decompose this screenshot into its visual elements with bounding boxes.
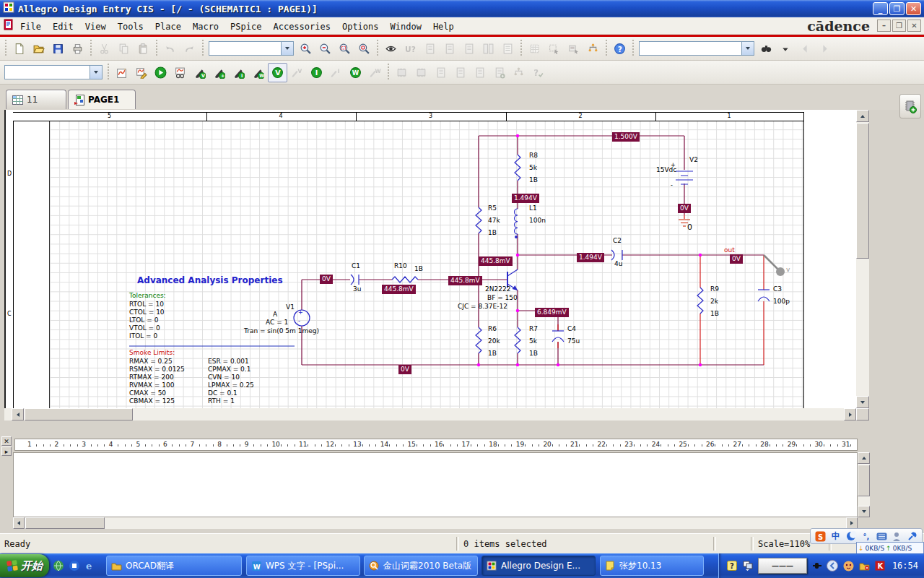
ime-chinese-mode-icon[interactable]: 中 [830,530,842,542]
schematic-text[interactable]: 1B [710,310,719,317]
sim-new-icon[interactable] [112,63,131,82]
schematic-text[interactable]: R6 [488,325,497,332]
probe-vdiff-icon[interactable]: + [209,63,229,82]
voltage-probe-icon[interactable] [764,255,785,276]
taskbar-button-3[interactable]: 金山词霸2010 Beta版 [364,556,478,576]
profile-combo[interactable] [4,65,103,79]
schematic-text[interactable]: + [298,309,303,316]
schematic-text[interactable]: CPMAX = 0.1 [208,366,250,373]
schematic-text[interactable]: Smoke Limits: [129,349,175,356]
schematic-text[interactable]: RSMAX = 0.0125 [129,366,185,373]
menu-help[interactable]: Help [427,20,460,34]
schematic-text[interactable]: 1B [529,176,538,184]
marker-w-icon[interactable]: W [346,63,365,82]
schematic-text[interactable]: RTMAX = 200 [129,374,174,381]
taskbar-button-2[interactable]: WWPS 文字 - [PSpi... [246,556,360,576]
schematic-text[interactable]: 0 [687,223,692,232]
ime-fullhalf-moon-icon[interactable] [845,530,857,542]
schematic-text[interactable]: Tolerances: [129,292,166,299]
tray-antivirus-icon[interactable]: K [874,560,886,572]
schematic-text[interactable]: V2 [689,156,698,163]
bias-voltage-label[interactable]: 445.8mV [448,276,482,285]
schematic-text[interactable]: 100n [529,217,546,224]
bias-voltage-label[interactable]: 445.8mV [382,285,416,294]
binoculars-icon[interactable] [757,39,776,59]
taskbar-clock[interactable]: 16:54 [892,561,918,571]
schematic-text[interactable]: 5k [529,337,537,345]
bias-voltage-label[interactable]: 0V [730,254,743,264]
schematic-text[interactable]: 3u [353,285,361,293]
save-icon[interactable] [48,39,68,59]
marker-v-icon[interactable]: V [268,63,287,82]
probe-i-icon[interactable]: I [229,63,248,82]
sogou-logo-icon[interactable]: S [815,530,827,542]
schematic-text[interactable]: 47k [488,217,500,224]
tray-security-folder-icon[interactable] [858,560,871,572]
schematic-page[interactable]: 54321 DC [4,110,858,408]
bias-voltage-label[interactable]: 0V [398,365,411,374]
tray-messenger-icon[interactable] [842,560,855,572]
menu-file[interactable]: File [14,20,47,34]
zoom-in-icon[interactable] [296,39,315,59]
mdi-close-button[interactable]: ✕ [907,20,921,32]
schematic-text[interactable]: CJC = 8.37E-12 [458,303,507,310]
panel-close-button[interactable]: ✕ [1,436,12,446]
menu-options[interactable]: Options [336,20,385,34]
taskbar-button-4[interactable]: Allegro Design E... [481,556,596,576]
schematic-text[interactable]: 1B [488,229,497,236]
schematic-text[interactable]: 20k [488,337,500,345]
bias-voltage-label[interactable]: 6.849mV [535,308,569,317]
bias-voltage-label[interactable]: 445.8mV [479,256,513,266]
language-bar-minimized[interactable]: ——— [758,558,807,574]
close-button[interactable]: ✕ [906,2,921,15]
schematic-text[interactable]: v [786,266,790,273]
schematic-text[interactable]: LPMAX = 0.25 [208,381,254,389]
schematic-text[interactable]: R7 [529,325,538,332]
schematic-text[interactable]: C1 [352,262,360,269]
schematic-text[interactable]: L1 [529,204,537,212]
sim-view-icon[interactable] [170,63,190,82]
quicklaunch-messenger-icon[interactable] [52,559,65,572]
schematic-text[interactable]: CMAX = 50 [129,389,166,397]
menu-place[interactable]: Place [149,20,187,34]
schematic-text[interactable]: 1B [414,265,423,272]
schematic-text[interactable]: out [724,246,735,254]
menu-view[interactable]: View [79,20,112,34]
schematic-text[interactable]: R9 [710,285,719,293]
schematic-text[interactable]: C3 [773,285,782,293]
bias-voltage-label[interactable]: 1.494V [512,194,539,203]
schematic-text[interactable]: A [273,311,277,318]
part-combo[interactable] [209,41,294,56]
mdi-restore-button[interactable]: ❐ [892,20,906,32]
minimize-button[interactable]: _ [873,2,888,15]
ime-keyboard-icon[interactable] [876,530,887,542]
place-part-panel-button[interactable] [899,94,921,118]
ime-punctuation-icon[interactable]: °, [860,530,872,542]
menu-macro[interactable]: Macro [187,20,225,34]
schematic-text[interactable]: CVN = 10 [208,374,240,381]
part-combo-dropdown-icon[interactable] [281,42,293,55]
tab-hierarchy[interactable]: 11 [6,90,66,109]
schematic-text[interactable]: C2 [613,237,622,244]
menu-accessories[interactable]: Accessories [267,20,336,34]
marker-i-icon[interactable]: I [307,63,326,82]
schematic-text[interactable]: ESR = 0.001 [208,358,249,365]
new-icon[interactable] [9,39,29,59]
bias-voltage-label[interactable]: 1.494V [577,253,604,262]
taskbar-button-5[interactable]: 张梦10.13 [600,556,704,576]
search-combo[interactable] [639,41,754,56]
bias-voltage-label[interactable]: 1.500V [612,132,640,142]
bias-voltage-label[interactable]: 0V [678,204,691,213]
tray-help-icon[interactable]: ? [726,560,738,572]
open-icon[interactable] [29,39,48,59]
components[interactable] [294,155,770,353]
tray-collapse-icon[interactable] [827,560,839,572]
schematic-text[interactable]: BF = 150 [487,294,518,301]
zoom-out-icon[interactable] [315,39,335,59]
schematic-text[interactable]: RTOL = 10 [129,301,164,308]
caret-icon[interactable] [776,39,796,59]
schematic-text[interactable]: 2N2222 [485,285,510,293]
menu-pspice[interactable]: PSpice [225,20,267,34]
mdi-minimize-button[interactable]: – [877,20,891,32]
tab-page1[interactable]: PAGE1 [68,90,136,109]
